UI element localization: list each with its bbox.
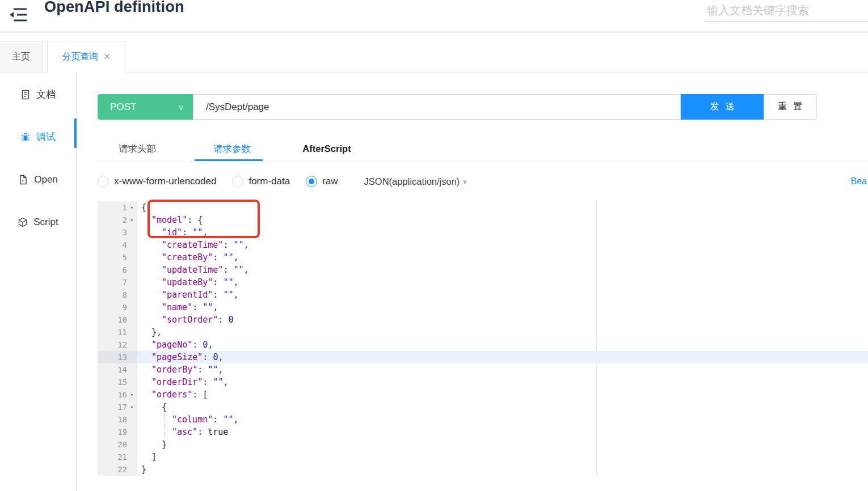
reset-button[interactable]: 重置 — [764, 94, 817, 120]
radio-circle[interactable] — [232, 176, 243, 187]
editor-line[interactable]: 14"orderBy": "", — [98, 363, 868, 376]
line-code: }, — [137, 326, 868, 338]
document-icon — [20, 90, 31, 100]
radio-x-www-form-urlencoded[interactable]: x-www-form-urlencoded — [98, 176, 216, 187]
line-gutter: 9 — [98, 301, 137, 314]
line-code: "pageSize": 0, — [137, 351, 868, 363]
line-gutter: 15 — [98, 376, 137, 388]
editor-line[interactable]: 22} — [98, 463, 868, 476]
sidebar-item-docs[interactable]: 文档 — [0, 73, 76, 116]
sidebar-item-debug[interactable]: 调试 — [0, 116, 76, 158]
editor-line[interactable]: 20} — [98, 438, 868, 451]
doc-search-input[interactable] — [703, 0, 868, 22]
line-code: { — [137, 401, 868, 413]
line-code: "column": "", — [137, 413, 868, 426]
radio-form-data[interactable]: form-data — [232, 176, 290, 187]
line-code: "asc": true — [137, 426, 868, 438]
send-button[interactable]: 发送 — [681, 94, 764, 120]
body-type-options: x-www-form-urlencoded form-data raw JSON… — [98, 172, 868, 191]
line-code: } — [137, 463, 868, 476]
editor-line[interactable]: 6"updateTime": "", — [98, 264, 868, 276]
line-gutter: 4 — [98, 239, 137, 251]
line-gutter: 12 — [98, 338, 137, 351]
content-type-select[interactable]: JSON(application/json) ∨ — [364, 176, 467, 187]
tab-request-params[interactable]: 请求参数 — [192, 136, 272, 162]
line-code: "pageNo": 0, — [137, 338, 868, 351]
line-gutter: 21 — [98, 451, 137, 463]
beautify-link[interactable]: Bea — [851, 176, 867, 187]
editor-line[interactable]: 10"sortOrder": 0 — [98, 314, 868, 326]
chevron-down-icon: ∨ — [462, 178, 467, 185]
editor-line[interactable]: 15"orderDir": "", — [98, 376, 868, 388]
tab-request-headers-label: 请求头部 — [119, 143, 156, 155]
line-gutter: 10 — [98, 314, 137, 326]
tab-afterscript[interactable]: AfterScript — [287, 136, 366, 162]
editor-line[interactable]: 12"pageNo": 0, — [98, 338, 868, 351]
editor-line[interactable]: 18"column": "", — [98, 413, 868, 426]
editor-line[interactable]: 1▾{ — [98, 201, 868, 214]
editor-line[interactable]: 17▾{ — [98, 401, 868, 413]
editor-line[interactable]: 16▾"orders": [ — [98, 388, 868, 401]
method-select[interactable]: POST ∨ — [98, 94, 193, 120]
fold-arrow-icon[interactable]: ▾ — [127, 401, 137, 413]
bug-icon — [20, 132, 31, 142]
editor-line[interactable]: 4"createTime": "", — [98, 239, 868, 251]
line-code: "orderDir": "", — [137, 376, 868, 388]
line-gutter: 1▾ — [98, 201, 137, 214]
line-code: { — [137, 201, 868, 214]
line-gutter: 16▾ — [98, 388, 137, 401]
radio-label: x-www-form-urlencoded — [114, 176, 216, 187]
line-gutter: 8 — [98, 289, 137, 301]
editor-line[interactable]: 11}, — [98, 326, 868, 338]
editor-line[interactable]: 19"asc": true — [98, 426, 868, 438]
sidebar-item-script[interactable]: Script — [0, 201, 76, 243]
line-gutter: 2▾ — [98, 214, 137, 226]
code-editor[interactable]: 1▾{2▾"model": {3"id": "",4"createTime": … — [98, 201, 868, 476]
url-input[interactable] — [193, 94, 681, 120]
line-gutter: 6 — [98, 264, 137, 276]
editor-line[interactable]: 3"id": "", — [98, 226, 868, 239]
line-gutter: 11 — [98, 326, 137, 338]
content-type-label: JSON(application/json) — [364, 176, 460, 187]
line-code: "orderBy": "", — [137, 363, 868, 376]
line-gutter: 17▾ — [98, 401, 137, 413]
line-gutter: 14 — [98, 363, 137, 376]
sidebar-item-label: Open — [34, 174, 58, 185]
editor-lines: 1▾{2▾"model": {3"id": "",4"createTime": … — [98, 201, 868, 476]
close-tab-icon[interactable]: ✕ — [103, 52, 111, 62]
editor-line[interactable]: 5"createBy": "", — [98, 251, 868, 264]
fold-arrow-icon[interactable]: ▾ — [127, 201, 137, 214]
line-gutter: 22 — [98, 463, 137, 476]
line-gutter: 18 — [98, 413, 137, 426]
line-code: "updateTime": "", — [137, 264, 868, 276]
tab-pagination-query-label: 分页查询 — [62, 51, 98, 63]
sidebar-item-open[interactable]: Open — [0, 158, 76, 201]
codesandbox-icon — [18, 217, 28, 227]
editor-line[interactable]: 21] — [98, 451, 868, 463]
sidebar-item-label: 调试 — [36, 130, 56, 143]
editor-line[interactable]: 13"pageSize": 0, — [98, 351, 868, 363]
request-row: POST ∨ 发送 重置 — [98, 94, 817, 120]
radio-circle[interactable] — [306, 176, 317, 187]
tab-home[interactable]: 主页 — [0, 41, 43, 73]
debug-tabs: 请求头部 请求参数 AfterScript — [98, 136, 868, 162]
line-code: "updateBy": "", — [137, 276, 868, 289]
radio-raw[interactable]: raw — [306, 176, 338, 187]
menu-fold-icon[interactable] — [8, 6, 28, 23]
tab-pagination-query[interactable]: 分页查询 ✕ — [47, 41, 125, 73]
send-label: 发送 — [710, 101, 741, 113]
tab-request-headers[interactable]: 请求头部 — [98, 136, 177, 162]
file-icon — [18, 175, 28, 185]
sidebar-item-label: 文档 — [36, 88, 56, 101]
editor-line[interactable]: 7"updateBy": "", — [98, 276, 868, 289]
editor-line[interactable]: 8"parentId": "", — [98, 289, 868, 301]
line-gutter: 20 — [98, 438, 137, 451]
editor-line[interactable]: 2▾"model": { — [98, 214, 868, 226]
line-gutter: 13 — [98, 351, 137, 363]
radio-circle[interactable] — [98, 176, 109, 187]
fold-arrow-icon[interactable]: ▾ — [127, 388, 137, 401]
line-code: "model": { — [137, 214, 868, 226]
editor-line[interactable]: 9"name": "", — [98, 301, 868, 314]
line-code: } — [137, 438, 868, 451]
fold-arrow-icon[interactable]: ▾ — [127, 214, 137, 226]
